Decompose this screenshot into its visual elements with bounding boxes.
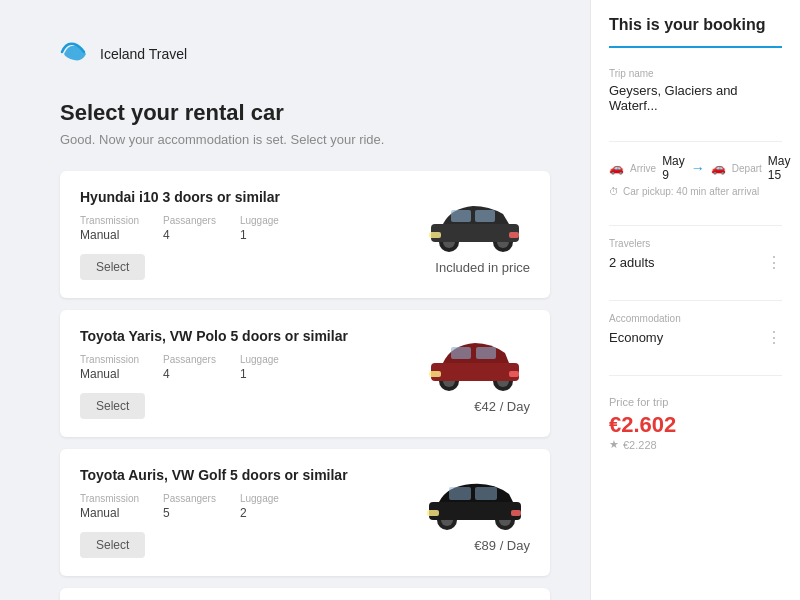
car-right-1: Included in price (390, 195, 530, 275)
select-button-3[interactable]: Select (80, 532, 145, 558)
trip-name-value: Geysers, Glaciers and Waterf... (609, 83, 782, 113)
travelers-menu-icon[interactable]: ⋮ (766, 253, 782, 272)
spec-value-pass-3: 5 (163, 506, 216, 520)
spec-passengers-2: Passangers 4 (163, 354, 216, 381)
svg-rect-25 (427, 510, 439, 516)
svg-rect-16 (429, 371, 441, 377)
price-original-value: €2.228 (623, 439, 657, 451)
spec-label-lug-2: Luggage (240, 354, 279, 365)
spec-value-trans-1: Manual (80, 228, 139, 242)
spec-label-trans-2: Transmission (80, 354, 139, 365)
accommodation-label: Accommodation (609, 313, 782, 324)
car-svg-3 (421, 476, 529, 530)
travelers-section: Travelers 2 adults ⋮ (609, 238, 782, 272)
svg-rect-24 (475, 487, 497, 500)
star-icon: ★ (609, 438, 619, 451)
svg-rect-26 (511, 510, 521, 516)
svg-rect-14 (451, 347, 471, 359)
spec-transmission-3: Transmission Manual (80, 493, 139, 520)
spec-label-lug-1: Luggage (240, 215, 279, 226)
spec-value-pass-2: 4 (163, 367, 216, 381)
svg-rect-13 (431, 363, 519, 381)
svg-rect-15 (476, 347, 496, 359)
svg-rect-6 (475, 210, 495, 222)
page-subtitle: Good. Now your accommodation is set. Sel… (60, 132, 550, 147)
svg-rect-7 (429, 232, 441, 238)
sidebar: This is your booking Trip name Geysers, … (590, 0, 800, 600)
spec-transmission-2: Transmission Manual (80, 354, 139, 381)
car-icon-depart: 🚗 (711, 161, 726, 175)
svg-rect-5 (451, 210, 471, 222)
car-info-2: Toyota Yaris, VW Polo 5 doors or similar… (80, 328, 390, 419)
divider-2 (609, 225, 782, 226)
svg-rect-8 (509, 232, 519, 238)
price-main: €2.602 (609, 412, 782, 438)
car-specs-2: Transmission Manual Passangers 4 Luggage… (80, 354, 390, 381)
spec-label-pass-1: Passangers (163, 215, 216, 226)
svg-rect-22 (429, 502, 521, 520)
accommodation-value: Economy (609, 330, 663, 345)
car-price-2: €42 / Day (474, 399, 530, 414)
spec-passengers-3: Passangers 5 (163, 493, 216, 520)
select-button-1[interactable]: Select (80, 254, 145, 280)
spec-value-trans-2: Manual (80, 367, 139, 381)
car-pickup-note: ⏱ Car pickup: 40 min after arrival (609, 186, 782, 197)
spec-luggage-1: Luggage 1 (240, 215, 279, 242)
divider-1 (609, 141, 782, 142)
car-name-2: Toyota Yaris, VW Polo 5 doors or similar (80, 328, 390, 344)
car-svg-1 (421, 198, 529, 252)
car-svg-2 (421, 337, 529, 391)
spec-value-lug-2: 1 (240, 367, 279, 381)
car-name-1: Hyundai i10 3 doors or similar (80, 189, 390, 205)
accommodation-row: Economy ⋮ (609, 328, 782, 347)
svg-rect-4 (431, 224, 519, 242)
car-right-3: €89 / Day (390, 473, 530, 553)
spec-label-trans-1: Transmission (80, 215, 139, 226)
trip-dates: 🚗 Arrive May 9 → 🚗 Depart May 15 (609, 154, 782, 182)
sidebar-title: This is your booking (609, 16, 782, 48)
main-content: Iceland Travel Select your rental car Go… (0, 0, 590, 600)
arrive-label: Arrive (630, 163, 656, 174)
price-original: ★ €2.228 (609, 438, 782, 451)
car-icon-arrive: 🚗 (609, 161, 624, 175)
travelers-value: 2 adults (609, 255, 655, 270)
logo-text: Iceland Travel (100, 46, 187, 62)
spec-transmission-1: Transmission Manual (80, 215, 139, 242)
logo-icon (60, 40, 92, 68)
accommodation-menu-icon[interactable]: ⋮ (766, 328, 782, 347)
car-card-1: Hyundai i10 3 doors or similar Transmiss… (60, 171, 550, 298)
spec-luggage-3: Luggage 2 (240, 493, 279, 520)
car-image-3 (420, 473, 530, 533)
accommodation-section: Accommodation Economy ⋮ (609, 313, 782, 347)
spec-luggage-2: Luggage 1 (240, 354, 279, 381)
car-right-2: €42 / Day (390, 334, 530, 414)
select-button-2[interactable]: Select (80, 393, 145, 419)
car-image-1 (420, 195, 530, 255)
spec-label-trans-3: Transmission (80, 493, 139, 504)
spec-label-pass-3: Passangers (163, 493, 216, 504)
car-info-1: Hyundai i10 3 doors or similar Transmiss… (80, 189, 390, 280)
spec-value-trans-3: Manual (80, 506, 139, 520)
arrow-icon: → (691, 160, 705, 176)
spec-value-pass-1: 4 (163, 228, 216, 242)
svg-rect-23 (449, 487, 471, 500)
dates-section: 🚗 Arrive May 9 → 🚗 Depart May 15 ⏱ Car p… (609, 154, 782, 197)
spec-label-pass-2: Passangers (163, 354, 216, 365)
car-specs-3: Transmission Manual Passangers 5 Luggage… (80, 493, 390, 520)
spec-value-lug-1: 1 (240, 228, 279, 242)
travelers-row: 2 adults ⋮ (609, 253, 782, 272)
trip-name-label: Trip name (609, 68, 782, 79)
car-price-1: Included in price (435, 260, 530, 275)
car-price-3: €89 / Day (474, 538, 530, 553)
spec-value-lug-3: 2 (240, 506, 279, 520)
car-pickup-text: Car pickup: 40 min after arrival (623, 186, 759, 197)
clock-icon: ⏱ (609, 186, 619, 197)
car-card-4: Suzuki Jimmy 4WD or similar Transmission… (60, 588, 550, 600)
svg-rect-17 (509, 371, 519, 377)
spec-label-lug-3: Luggage (240, 493, 279, 504)
arrive-date: May 9 (662, 154, 685, 182)
car-card-2: Toyota Yaris, VW Polo 5 doors or similar… (60, 310, 550, 437)
logo-area: Iceland Travel (60, 40, 550, 68)
car-name-3: Toyota Auris, VW Golf 5 doors or similar (80, 467, 390, 483)
spec-passengers-1: Passangers 4 (163, 215, 216, 242)
